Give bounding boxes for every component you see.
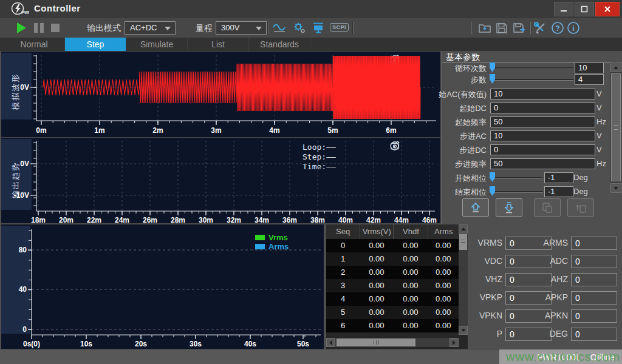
param-label: 步进AC <box>430 131 487 142</box>
table-hscrollbar[interactable] <box>326 338 459 347</box>
param-row: 始AC(有效值)10V <box>442 89 622 99</box>
measure-label-vpkp: VPKP <box>466 292 502 302</box>
column-header-vrmsv[interactable]: Vrms(V) <box>360 224 393 239</box>
param-input[interactable]: 50 <box>490 158 595 169</box>
svg-text:36m: 36m <box>282 216 297 223</box>
waveform-icon[interactable] <box>272 21 287 35</box>
svg-text:20s: 20s <box>135 340 147 348</box>
scroll-up-button[interactable] <box>459 224 468 234</box>
param-input[interactable]: 0 <box>490 103 595 113</box>
chart-y-title: 输出趋势 <box>10 150 21 211</box>
table-row[interactable]: 50.000.000.00 <box>326 306 459 319</box>
tab-step[interactable]: Step <box>65 38 126 51</box>
mode-tab-bar: NormalStepSimulateListStandards <box>0 38 622 51</box>
scroll-up-button[interactable] <box>610 62 621 72</box>
y-autoscale-icon[interactable]: Y <box>389 54 400 65</box>
close-button[interactable] <box>595 2 620 16</box>
help-icon[interactable]: ? <box>550 21 565 35</box>
table-cell: 2 <box>326 266 360 279</box>
x-autoscale-icon[interactable]: X <box>406 140 417 151</box>
slider-handle[interactable] <box>490 74 495 84</box>
tab-normal[interactable]: Normal <box>4 38 65 51</box>
settings-gears-icon[interactable] <box>292 21 307 35</box>
output-mode-select[interactable]: AC+DC <box>125 21 176 35</box>
arrow-down-button[interactable] <box>496 198 522 217</box>
legend-swatch <box>255 235 265 240</box>
vscroll-thumb[interactable] <box>611 73 621 181</box>
param-label: 步进DC <box>430 145 487 156</box>
panel-scrollbar[interactable] <box>610 62 621 193</box>
about-icon[interactable]: i <box>566 21 581 35</box>
scroll-left-button[interactable] <box>326 338 335 347</box>
param-value-box[interactable]: -1 <box>544 172 573 183</box>
x-autoscale-icon[interactable]: X <box>406 54 417 65</box>
slider-track[interactable] <box>494 67 573 69</box>
table-cell: 0.00 <box>428 239 459 252</box>
pause-button[interactable] <box>34 23 45 33</box>
column-header-seq[interactable]: Seq <box>326 224 360 239</box>
maximize-button[interactable] <box>575 2 594 16</box>
app-title: Controller <box>34 3 81 13</box>
table-row[interactable]: 20.000.000.00 <box>326 266 459 279</box>
slider-track[interactable] <box>494 79 573 81</box>
param-input[interactable]: 0 <box>490 144 595 155</box>
param-input[interactable]: 10 <box>490 130 595 141</box>
slider-track[interactable] <box>494 191 543 193</box>
param-value-box[interactable]: 10 <box>575 62 604 73</box>
table-cell: 0.00 <box>360 319 393 332</box>
minimize-button[interactable] <box>554 2 573 16</box>
svg-text:Y: Y <box>393 58 397 63</box>
table-cell: 3 <box>326 279 360 292</box>
slider-handle[interactable] <box>490 186 495 196</box>
tab-list[interactable]: List <box>188 38 249 51</box>
save-as-icon[interactable] <box>512 21 527 35</box>
run-button[interactable] <box>17 22 26 33</box>
table-row[interactable]: 60.000.000.00 <box>326 319 459 332</box>
scpi-icon[interactable]: SCPI <box>330 23 349 32</box>
range-select[interactable]: 300V <box>216 21 267 35</box>
param-input[interactable]: 10 <box>490 89 595 99</box>
tab-simulate[interactable]: Simulate <box>126 38 188 51</box>
table-cell: 0.00 <box>428 292 459 306</box>
scroll-right-button[interactable] <box>449 338 459 347</box>
table-cell: 0.00 <box>393 306 428 319</box>
y-autoscale-icon[interactable]: Y <box>389 140 400 151</box>
table-row[interactable]: 30.000.000.00 <box>326 279 459 292</box>
stop-button[interactable] <box>51 24 60 32</box>
arrow-up-button[interactable] <box>462 198 489 217</box>
tools-icon[interactable] <box>533 21 548 35</box>
param-unit: Hz <box>596 117 606 126</box>
sequence-table: SeqVrms(V)VhdfArms 00.000.000.0010.000.0… <box>326 224 468 349</box>
open-file-icon[interactable] <box>477 21 492 35</box>
y-tick-label: 0V <box>9 160 29 168</box>
slider-track[interactable] <box>494 177 543 179</box>
table-row[interactable]: 10.000.000.00 <box>326 252 459 266</box>
loop-step-time-annotation: Loop:—— Step:—— Time:—— <box>302 143 336 172</box>
table-row[interactable]: 00.000.000.00 <box>326 239 459 252</box>
param-label: 循环次数 <box>430 63 487 74</box>
param-input[interactable]: 50 <box>490 116 595 127</box>
upload-button[interactable] <box>567 198 594 217</box>
scroll-down-button[interactable] <box>610 183 621 193</box>
svg-text:42m: 42m <box>366 216 381 223</box>
output-trend-chart: 输出趋势 0V -10V Loop:—— Step:—— Time:—— YX … <box>1 138 440 223</box>
param-value-box[interactable]: 4 <box>575 74 604 85</box>
param-unit: Deg <box>573 187 588 196</box>
slider-handle[interactable] <box>490 62 495 72</box>
table-cell: 6 <box>326 319 360 332</box>
measure-label-ahz: AHZ <box>531 274 568 284</box>
table-row[interactable]: 40.000.000.00 <box>326 292 459 306</box>
save-icon[interactable] <box>494 21 509 35</box>
copy-button[interactable] <box>534 198 561 217</box>
tab-standards[interactable]: Standards <box>249 38 310 51</box>
param-row: 步进AC10V <box>442 130 622 141</box>
table-cell: 0.00 <box>360 279 393 292</box>
column-header-vhdf[interactable]: Vhdf <box>393 224 428 239</box>
display-icon[interactable] <box>311 21 326 35</box>
legend-swatch <box>255 244 265 249</box>
column-header-arms[interactable]: Arms <box>428 224 459 239</box>
param-value-box[interactable]: -1 <box>544 186 573 197</box>
slider-handle[interactable] <box>490 172 495 182</box>
hscroll-thumb[interactable] <box>337 339 415 346</box>
basic-params-panel: 基本参数 循环次数10步数4始AC(有效值)10V起始DC0V起始频率50Hz步… <box>442 51 622 224</box>
